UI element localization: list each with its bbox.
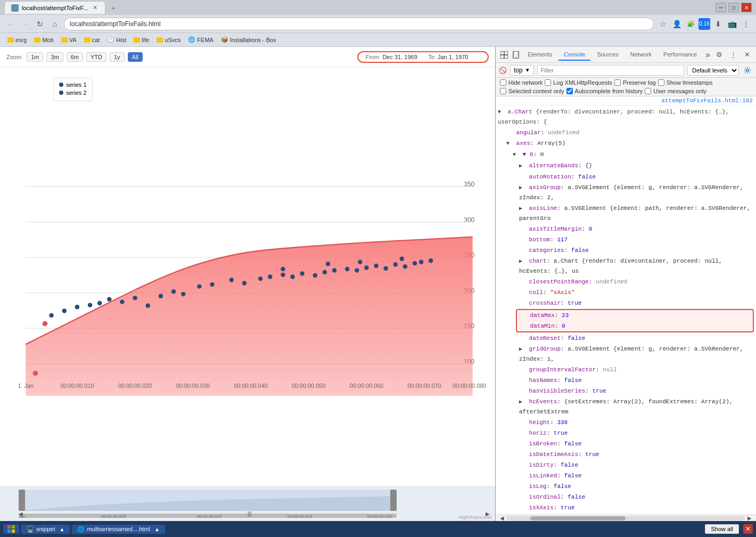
tree-toggle[interactable] xyxy=(519,397,525,407)
tree-root[interactable]: a.Chart {renderTo: div#container, procee… xyxy=(496,107,756,127)
devtools-close-btn[interactable]: ✕ xyxy=(741,49,753,61)
sync-icon[interactable]: 0.16 xyxy=(699,18,710,30)
scroll-right-btn[interactable]: ▶ xyxy=(745,516,754,521)
device-toolbar-btn[interactable] xyxy=(511,49,521,61)
reload-btn[interactable]: ↻ xyxy=(34,18,46,30)
tree-node-height[interactable]: height: 338 xyxy=(496,417,756,428)
download-icon[interactable]: ⬇ xyxy=(712,18,724,30)
option-preserve-log[interactable]: Preserve log xyxy=(614,79,656,86)
settings-btn[interactable]: ⚙ xyxy=(713,49,725,61)
tree-node-axes[interactable]: axes: Array(5) xyxy=(496,138,756,149)
zoom-1m-btn[interactable]: 1m xyxy=(27,52,43,62)
start-button[interactable] xyxy=(3,524,19,534)
option-autocomplete[interactable]: Autocomplete from history xyxy=(566,88,643,94)
home-btn[interactable]: ⌂ xyxy=(49,18,61,30)
tree-node-isLinked[interactable]: isLinked: false xyxy=(496,470,756,481)
bookmark-cat[interactable]: cat xyxy=(81,36,103,44)
menu-icon[interactable]: ⋮ xyxy=(740,18,752,30)
tree-node-isLog[interactable]: isLog: false xyxy=(496,481,756,492)
bookmark-box[interactable]: 📦 Installations - Box xyxy=(218,35,280,44)
to-date-input[interactable] xyxy=(438,54,480,60)
scroll-left-btn[interactable]: ◀ xyxy=(498,516,506,521)
taskbar-item-snippet[interactable]: 🖥️ snippet ▲ xyxy=(21,525,70,534)
address-bar[interactable]: localhost/attemptToFixFails.html xyxy=(64,18,654,30)
tree-node-dataMax[interactable]: dataMax: 23 xyxy=(517,310,753,321)
tree-node-isXAxis[interactable]: isXAxis: true xyxy=(496,502,756,513)
tree-node-isBroken[interactable]: isBroken: false xyxy=(496,438,756,449)
extension-icon[interactable]: 🧩 xyxy=(685,18,696,30)
inspect-element-btn[interactable] xyxy=(499,49,510,61)
clear-console-btn[interactable]: 🚫 xyxy=(499,67,507,74)
context-selector[interactable]: top ▼ xyxy=(510,65,534,76)
navigator-handle-left[interactable] xyxy=(19,490,25,511)
tree-node-categories[interactable]: categories: false xyxy=(496,245,756,256)
tree-node-coll[interactable]: coll: "xAxis" xyxy=(496,287,756,298)
tree-toggle[interactable] xyxy=(513,150,519,160)
navigator-handle-right[interactable] xyxy=(390,490,397,511)
tab-performance[interactable]: Performance xyxy=(658,49,702,61)
tree-node-alternateBands[interactable]: alternateBands: {} xyxy=(496,160,756,172)
more-options-btn[interactable]: ⋮ xyxy=(727,49,739,61)
zoom-ytd-btn[interactable]: YTD xyxy=(86,52,106,62)
tree-node-axisLine[interactable]: axisLine: a.SVGElement {element: path, r… xyxy=(496,203,756,224)
show-all-button[interactable]: Show all xyxy=(705,524,739,534)
more-tabs-btn[interactable]: » xyxy=(703,50,712,60)
option-timestamps[interactable]: Show timestamps xyxy=(658,79,713,86)
cast-icon[interactable]: 📺 xyxy=(726,18,738,30)
bookmark-hist[interactable]: 🕐 Hist xyxy=(104,35,129,44)
bookmark-life[interactable]: life xyxy=(130,36,152,44)
tree-toggle[interactable] xyxy=(519,204,525,214)
user-icon[interactable]: 👤 xyxy=(671,18,683,30)
source-link[interactable]: attemptToFixFails.html:192 xyxy=(496,96,756,105)
tree-node-dataMin[interactable]: dataMin: 0 xyxy=(517,321,753,331)
tree-node-isDirty[interactable]: isDirty: false xyxy=(496,460,756,470)
horizontal-scrollbar[interactable] xyxy=(506,516,745,520)
bookmark-esrg[interactable]: esrg xyxy=(4,36,30,44)
tree-node-axes-0[interactable]: ▼ 0: H xyxy=(496,149,756,160)
bookmark-usvcs[interactable]: uSvcs xyxy=(153,36,184,44)
log-level-select[interactable]: Default levels Verbose Info Warnings Err… xyxy=(687,65,739,76)
taskbar-close-button[interactable]: ✕ xyxy=(743,524,753,534)
forward-btn[interactable]: → xyxy=(19,18,31,30)
tree-node-axisGroup[interactable]: axisGroup: a.SVGElement {element: g, ren… xyxy=(496,182,756,203)
tab-elements[interactable]: Elements xyxy=(522,49,557,61)
tree-toggle[interactable] xyxy=(506,139,513,149)
settings-gear-icon[interactable] xyxy=(742,65,753,76)
tree-node-bottom[interactable]: bottom: 117 xyxy=(496,234,756,245)
zoom-1y-btn[interactable]: 1y xyxy=(110,52,125,62)
tree-node-axisTitleMargin[interactable]: axisTitleMargin: 0 xyxy=(496,224,756,234)
tree-toggle[interactable] xyxy=(519,257,525,266)
option-user-messages[interactable]: User messages only xyxy=(645,88,706,94)
tree-node-hasVisibleSeries[interactable]: hasVisibleSeries: true xyxy=(496,386,756,396)
zoom-6m-btn[interactable]: 6m xyxy=(67,52,83,62)
nav-scroll-handle[interactable]: ||| xyxy=(248,511,252,517)
tree-node-hasNames[interactable]: hasNames: false xyxy=(496,375,756,386)
tree-node-hcEvents[interactable]: hcEvents: {setExtremes: Array(2), foundE… xyxy=(496,396,756,417)
tab-console[interactable]: Console xyxy=(558,49,590,61)
zoom-3m-btn[interactable]: 3m xyxy=(46,52,63,62)
bookmark-fema[interactable]: 🌐 FEMA xyxy=(185,35,217,44)
tree-node-gridGroup[interactable]: gridGroup: a.SVGElement {element: g, ren… xyxy=(496,344,756,364)
bookmark-va[interactable]: VA xyxy=(58,36,80,44)
option-log-xhr[interactable]: Log XMLHttpRequests xyxy=(545,79,612,86)
zoom-all-btn[interactable]: All xyxy=(128,52,143,62)
from-date-input[interactable] xyxy=(382,54,425,60)
tree-node-isDatetimeAxis[interactable]: isDatetimeAxis: true xyxy=(496,449,756,460)
tree-node-autoRotation[interactable]: autoRotation: false xyxy=(496,172,756,182)
tree-node-horiz[interactable]: horiz: true xyxy=(496,428,756,438)
tab-close-btn[interactable]: ✕ xyxy=(91,4,98,12)
tree-toggle[interactable] xyxy=(519,161,525,171)
tree-node-dateReset[interactable]: dateReset: false xyxy=(496,333,756,344)
tree-node-angular[interactable]: angular: undefined xyxy=(496,127,756,138)
filter-input[interactable] xyxy=(537,65,684,76)
close-btn[interactable]: ✕ xyxy=(741,3,752,12)
option-selected-context[interactable]: Selected context only xyxy=(500,88,564,94)
tab-sources[interactable]: Sources xyxy=(591,49,623,61)
new-tab-btn[interactable]: + xyxy=(105,3,121,14)
tab-network[interactable]: Network xyxy=(625,49,657,61)
tree-toggle[interactable] xyxy=(519,345,525,354)
nav-left-arrow[interactable]: ◀ xyxy=(19,511,23,517)
browser-tab[interactable]: 🌐 localhost/attemptToFixF... ✕ xyxy=(4,1,105,14)
tree-toggle[interactable] xyxy=(519,183,525,193)
bookmark-mob[interactable]: Mob xyxy=(31,36,56,44)
